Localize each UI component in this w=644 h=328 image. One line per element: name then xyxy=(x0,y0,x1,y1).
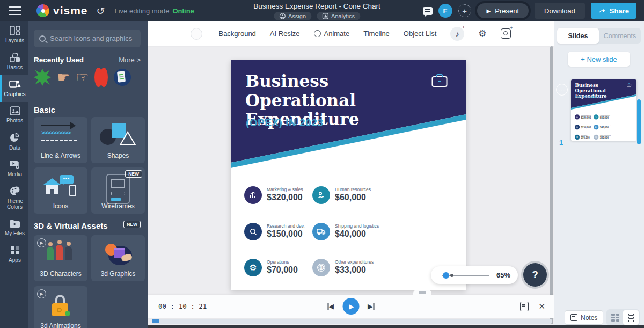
stat-research-dev[interactable]: Research and dev.$150,000 xyxy=(244,223,305,240)
stat-other-expenditures[interactable]: $ Other expenditures$33,000 xyxy=(594,135,611,140)
slide-subtitle[interactable]: (OPEX) IN 2023 xyxy=(246,117,323,129)
canvas-area: Background AI Resize Animate Timeline Ob… xyxy=(148,21,554,328)
sidebar-item-apps[interactable]: Apps xyxy=(0,241,28,268)
assets-3d-heading: 3D & Virtual Assets xyxy=(34,221,108,230)
assign-button[interactable]: Assign xyxy=(274,12,311,20)
zoom-slider[interactable] xyxy=(442,275,489,276)
time-display: 00 : 10 : 21 xyxy=(158,302,207,310)
slide-subtitle[interactable]: (OPEX) IN 2023 xyxy=(575,95,597,98)
animate-button[interactable]: Animate xyxy=(314,30,350,38)
presenter-view-icon[interactable] xyxy=(520,302,529,311)
flower-shape-icon[interactable] xyxy=(34,69,51,86)
stat-other-expenditures[interactable]: $ Other expenditures$33,000 xyxy=(312,259,374,276)
timeline-button[interactable]: Timeline xyxy=(363,30,390,38)
play-button[interactable]: ▶ xyxy=(342,298,359,315)
stat-operations[interactable]: ⚙ Operations$70,000 xyxy=(244,259,298,276)
notes-button[interactable]: Notes xyxy=(565,310,603,325)
slides-panel-scrollbar[interactable] xyxy=(637,99,641,144)
thumbnail-menu-button[interactable]: ··· xyxy=(556,84,568,96)
help-button[interactable]: ? xyxy=(523,263,547,287)
grid-view-button[interactable] xyxy=(608,310,623,325)
hand-icon[interactable]: ☞ xyxy=(76,69,89,86)
stat-shipping-logistics[interactable]: Shipping and logistics$40,000 xyxy=(594,125,612,129)
undo-icon[interactable]: ↺ xyxy=(97,5,105,17)
notes-icon xyxy=(570,314,577,321)
zoom-level: 65% xyxy=(496,271,510,279)
panel-tabs: Slides Comments xyxy=(557,28,641,44)
magnifier-icon xyxy=(575,125,580,129)
stat-marketing-sales[interactable]: Marketing & sales$320,000 xyxy=(575,114,591,119)
graphics-panel: Search icons and graphics Recently Used … xyxy=(28,21,148,328)
red-blob-icon[interactable] xyxy=(94,68,108,87)
present-button[interactable]: ▶ Present xyxy=(477,3,529,18)
new-badge: NEW xyxy=(125,170,142,178)
visme-logo[interactable]: visme xyxy=(36,4,88,17)
new-slide-button[interactable]: + New slide xyxy=(568,52,630,67)
main-sidebar: Layouts Basics Graphics Photos Data Medi… xyxy=(0,21,28,328)
stat-research-dev[interactable]: Research and dev.$150,000 xyxy=(575,125,591,129)
close-player-icon[interactable]: ✕ xyxy=(538,302,545,311)
play-icon: ▶ xyxy=(349,303,354,310)
avatar[interactable]: F xyxy=(438,4,452,18)
sidebar-item-theme-colors[interactable]: Theme Colors xyxy=(0,182,28,215)
document-title[interactable]: Business Expense Report - Cone Chart xyxy=(253,2,380,10)
vertical-scrollbar[interactable] xyxy=(550,46,553,324)
briefcase-icon[interactable] xyxy=(627,83,631,87)
sidebar-item-my-files[interactable]: My Files xyxy=(0,215,28,241)
stat-marketing-sales[interactable]: Marketing & sales$320,000 xyxy=(244,186,303,204)
sidebar-item-graphics[interactable]: Graphics xyxy=(0,75,28,102)
background-button[interactable]: Background xyxy=(218,30,255,38)
briefcase-icon[interactable] xyxy=(431,74,448,88)
tile-wireframes[interactable]: NEW Wireframes xyxy=(91,167,145,214)
tab-slides[interactable]: Slides xyxy=(557,28,599,44)
background-color-swatch[interactable] xyxy=(191,28,202,40)
canvas-toolbar: Background AI Resize Animate Timeline Ob… xyxy=(148,21,554,46)
search-input[interactable]: Search icons and graphics xyxy=(34,30,141,47)
tab-comments[interactable]: Comments xyxy=(599,28,641,44)
media-icon xyxy=(9,160,20,169)
tile-shapes[interactable]: Shapes xyxy=(91,117,145,163)
ai-resize-button[interactable]: AI Resize xyxy=(270,30,300,38)
share-button[interactable]: Share xyxy=(591,3,636,19)
skip-back-button[interactable]: ◀ xyxy=(327,302,334,310)
player-handle[interactable] xyxy=(413,290,431,296)
download-button[interactable]: Download xyxy=(535,3,585,19)
sidebar-item-media[interactable]: Media xyxy=(0,156,28,182)
tile-3d-characters[interactable]: ▶ 3D Characters xyxy=(34,235,87,281)
sidebar-item-data[interactable]: Data xyxy=(0,128,28,156)
hamburger-menu-icon[interactable] xyxy=(9,6,21,15)
stat-human-resources[interactable]: Human resources$60,000 xyxy=(312,186,371,204)
more-link[interactable]: More > xyxy=(119,56,141,64)
zoom-slider-thumb[interactable] xyxy=(443,272,449,279)
stat-shipping-logistics[interactable]: Shipping and logistics$40,000 xyxy=(312,223,379,240)
horizontal-scrollbar-thumb[interactable] xyxy=(152,319,159,323)
settings-gear-icon[interactable]: ⚙ xyxy=(478,28,486,39)
tile-icons[interactable]: ••• Icons xyxy=(34,167,87,214)
line-arrows-icon: >>>>>>>>>> xyxy=(41,125,80,141)
slide[interactable]: Business Operational Expenditure (OPEX) … xyxy=(571,79,636,141)
list-view-button[interactable] xyxy=(623,310,639,325)
pointing-hand-icon[interactable]: ☛ xyxy=(57,69,70,86)
slide-thumbnail[interactable]: Business Operational Expenditure (OPEX) … xyxy=(571,79,636,141)
object-search-icon[interactable] xyxy=(501,28,511,39)
skip-forward-button[interactable]: ▶ xyxy=(368,302,374,310)
add-collaborator-button[interactable]: + xyxy=(458,4,471,17)
horizontal-scrollbar[interactable] xyxy=(152,319,552,324)
analytics-button[interactable]: Analytics xyxy=(317,12,360,20)
sidebar-item-layouts[interactable]: Layouts xyxy=(0,21,28,48)
sidebar-item-photos[interactable]: Photos xyxy=(0,102,28,128)
checklist-icon[interactable] xyxy=(114,69,131,86)
sidebar-item-basics[interactable]: Basics xyxy=(0,48,28,75)
tile-3d-animations[interactable]: ▶ 3d Animations xyxy=(34,286,87,328)
object-list-button[interactable]: Object List xyxy=(404,30,436,38)
music-icon[interactable]: ♪ xyxy=(450,27,464,41)
tile-3d-graphics[interactable]: 3d Graphics xyxy=(91,235,145,281)
slide[interactable]: Business Operational Expenditure (OPEX) … xyxy=(231,60,466,290)
animate-icon xyxy=(314,30,321,37)
layouts-icon xyxy=(10,26,20,35)
stat-operations[interactable]: ⚙ Operations$70,000 xyxy=(575,135,590,140)
visme-logo-icon xyxy=(36,4,49,17)
stat-human-resources[interactable]: Human resources$60,000 xyxy=(594,114,610,119)
tile-line-arrows[interactable]: >>>>>>>>>> Line & Arrows xyxy=(34,117,87,163)
comment-icon[interactable] xyxy=(423,7,433,15)
